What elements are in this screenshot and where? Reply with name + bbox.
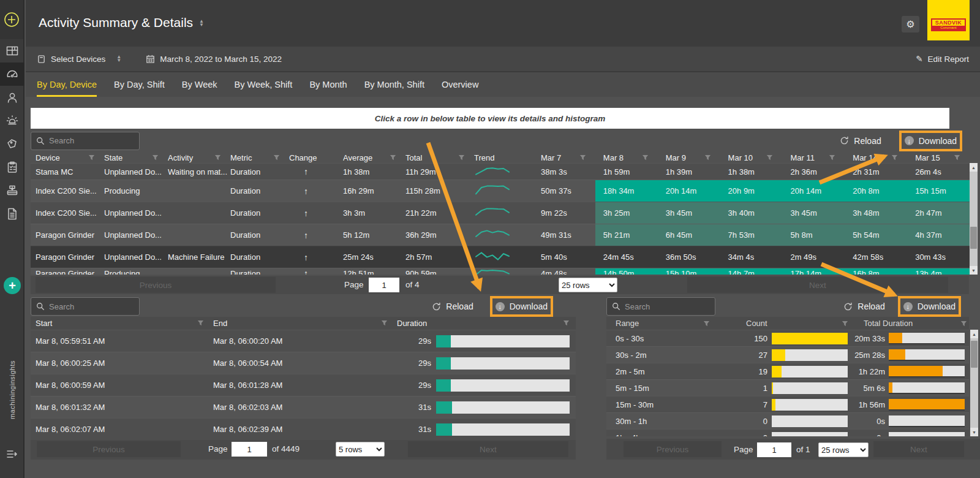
histogram-rows-select[interactable]: 25 rows	[818, 442, 869, 457]
histogram-prev-button[interactable]: Previous	[624, 441, 722, 457]
summary-download-button[interactable]: ↓ Download	[905, 136, 957, 146]
filter-icon[interactable]	[390, 154, 396, 161]
filter-icon[interactable]	[458, 154, 465, 161]
summary-page-input[interactable]	[369, 278, 399, 292]
filter-icon[interactable]	[88, 154, 95, 161]
table-row[interactable]: Paragon GrinderUnplanned Do...Machine Fa…	[31, 246, 970, 268]
filter-icon[interactable]	[704, 154, 711, 161]
add-report-icon[interactable]	[0, 0, 23, 39]
details-next-button[interactable]: Next	[408, 441, 568, 457]
summary-next-button[interactable]: Next	[687, 277, 948, 293]
histogram-search-input[interactable]	[625, 302, 710, 311]
filter-icon[interactable]	[381, 320, 388, 327]
filter-icon[interactable]	[152, 154, 159, 161]
tab-by-month-shift[interactable]: By Month, Shift	[364, 72, 424, 97]
filter-icon[interactable]	[197, 320, 204, 327]
details-prev-button[interactable]: Previous	[37, 441, 181, 457]
summary-scrollbar[interactable]: ▲ ▼	[970, 163, 978, 275]
filter-icon[interactable]	[829, 154, 835, 161]
tab-by-week[interactable]: By Week	[182, 72, 217, 97]
sidebar-item-tag[interactable]	[0, 132, 24, 156]
scroll-down-icon[interactable]: ▼	[970, 428, 978, 436]
filter-icon[interactable]	[579, 154, 586, 161]
details-rows-select[interactable]: 5 rows	[336, 442, 385, 457]
details-search[interactable]	[31, 297, 140, 316]
column-header-mar-8: Mar 8	[595, 152, 658, 163]
hint-banner: Click a row in below table to view its d…	[31, 108, 949, 129]
histogram-page-input[interactable]	[757, 442, 791, 457]
histogram-reload-button[interactable]: Reload	[843, 302, 884, 311]
column-header-activity: Activity	[168, 153, 230, 162]
brand-vertical-text: machininginsights	[9, 360, 16, 419]
tab-by-day-shift[interactable]: By Day, Shift	[114, 72, 165, 97]
tab-by-week-shift[interactable]: By Week, Shift	[235, 72, 293, 97]
tab-by-month[interactable]: By Month	[309, 72, 347, 97]
sidebar-item-gauge[interactable]	[0, 63, 24, 86]
sidebar-item-machine[interactable]	[0, 179, 24, 202]
histogram-scrollbar[interactable]: ▲ ▼	[970, 330, 978, 436]
histogram-download-button[interactable]: ↓ Download	[903, 302, 956, 311]
scrollbar-thumb[interactable]	[971, 341, 978, 368]
table-row[interactable]: Index C200 Sie...Unplanned Do...Duration…	[31, 202, 970, 224]
sidebar-item-dashboard[interactable]	[0, 39, 24, 63]
table-row[interactable]: Index C200 Sie...ProducingDuration↑16h 2…	[31, 180, 970, 202]
scroll-down-icon[interactable]: ▼	[970, 266, 978, 275]
scroll-up-icon[interactable]: ▲	[970, 330, 978, 338]
cell-date: 15h 10m	[658, 268, 720, 275]
menu-icon[interactable]	[6, 449, 18, 461]
column-header-end: End	[213, 319, 397, 328]
date-range-picker[interactable]: March 8, 2022 to March 15, 2022	[146, 55, 282, 64]
histogram-next-button[interactable]: Next	[873, 441, 964, 457]
cell-date: 30m 43s	[907, 246, 970, 268]
column-header-mar-9: Mar 9	[658, 152, 720, 163]
details-download-button[interactable]: ↓ Download	[496, 302, 548, 311]
cell-date: 4h 37m	[907, 224, 970, 246]
duration-bar	[889, 349, 965, 361]
filter-icon[interactable]	[960, 321, 967, 327]
summary-rows-select[interactable]: 25 rows	[559, 278, 617, 292]
table-row[interactable]: Paragon GrinderProducingDuration↑12h 51m…	[31, 268, 970, 275]
filter-icon[interactable]	[703, 321, 710, 327]
column-header-mar-10: Mar 10	[720, 152, 783, 163]
filter-icon[interactable]	[954, 154, 960, 161]
filter-icon[interactable]	[891, 154, 898, 161]
column-header-mar-11: Mar 11	[782, 152, 845, 163]
cell-date: 1h 38m	[720, 164, 783, 180]
filter-icon[interactable]	[273, 154, 280, 161]
tab-by-day-device[interactable]: By Day, Device	[37, 72, 97, 97]
edit-report-button[interactable]: ✎ Edit Report	[916, 54, 969, 64]
summary-search[interactable]	[31, 132, 140, 150]
sidebar-item-user[interactable]	[0, 86, 24, 109]
sidebar-item-clipboard[interactable]	[0, 156, 24, 179]
summary-table-header: DeviceStateActivityMetricChangeAverageTo…	[31, 152, 970, 163]
summary-prev-button[interactable]: Previous	[36, 277, 276, 293]
scrollbar-thumb[interactable]	[970, 227, 977, 249]
filter-icon[interactable]	[842, 321, 848, 327]
summary-search-input[interactable]	[49, 136, 134, 145]
trend-sparkline	[474, 249, 511, 263]
details-reload-button[interactable]: Reload	[432, 302, 473, 311]
table-row[interactable]: Stama MCUnplanned Do...Waiting on mat...…	[31, 163, 970, 180]
cell-end: Mar 8, 06:00:20 AM	[213, 336, 397, 346]
filter-icon[interactable]	[563, 320, 570, 327]
cell-date: 36m 50s	[658, 246, 720, 268]
histogram-search[interactable]	[606, 297, 715, 316]
cell-count: 0	[714, 417, 767, 426]
select-devices-dropdown[interactable]: Select Devices ▲▼	[37, 55, 121, 64]
cell-date: 3h 40m	[720, 202, 783, 224]
settings-button[interactable]: ⚙	[902, 16, 919, 32]
filter-icon[interactable]	[214, 154, 221, 161]
table-row[interactable]: Paragon GrinderUnplanned Do...Duration↑5…	[31, 224, 970, 246]
scroll-up-icon[interactable]: ▲	[970, 163, 978, 172]
filter-icon[interactable]	[642, 154, 649, 161]
summary-reload-button[interactable]: Reload	[840, 136, 881, 146]
details-page-input[interactable]	[232, 442, 267, 457]
tab-overview[interactable]: Overview	[442, 72, 478, 97]
add-button[interactable]: +	[4, 277, 21, 294]
sidebar-item-alert[interactable]	[0, 109, 24, 132]
filter-icon[interactable]	[766, 154, 773, 161]
title-sort-icon[interactable]: ▲▼	[199, 20, 204, 27]
cell-dev: Paragon Grinder	[31, 269, 104, 275]
sidebar-item-document[interactable]	[0, 202, 24, 226]
details-search-input[interactable]	[49, 302, 134, 311]
